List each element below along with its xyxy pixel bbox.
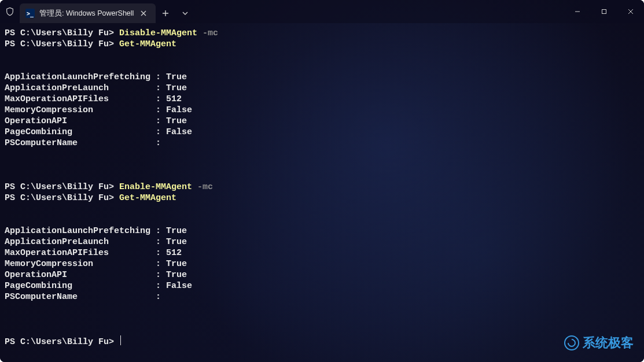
prompt-text: PS C:\Users\Billy Fu> [5, 337, 119, 347]
terminal-window: >_ 管理员: Windows PowerShell [0, 0, 644, 362]
command-line: PS C:\Users\Billy Fu> Get-MMAgent [5, 193, 639, 204]
titlebar-drag-region[interactable] [195, 0, 564, 23]
tab-title: 管理员: Windows PowerShell [39, 9, 134, 19]
output-row: OperationAPI : True [5, 269, 639, 280]
minimize-button[interactable] [564, 0, 591, 23]
tab-active[interactable]: >_ 管理员: Windows PowerShell [20, 3, 156, 23]
cursor [120, 335, 121, 345]
prompt-text: PS C:\Users\Billy Fu> [5, 193, 119, 203]
output-row: ApplicationPreLaunch : True [5, 83, 639, 94]
tab-close-button[interactable] [138, 8, 149, 19]
command-text: Enable-MMAgent [119, 182, 192, 192]
prompt-text: PS C:\Users\Billy Fu> [5, 39, 119, 49]
admin-shield-icon [0, 7, 20, 16]
output-row: MemoryCompression : False [5, 105, 639, 116]
command-text: Disable-MMAgent [119, 28, 197, 38]
command-line: PS C:\Users\Billy Fu> Enable-MMAgent -mc [5, 182, 639, 193]
svg-rect-0 [602, 10, 606, 14]
command-line: PS C:\Users\Billy Fu> Get-MMAgent [5, 39, 639, 50]
command-arg: -mc [197, 28, 218, 38]
current-prompt-line[interactable]: PS C:\Users\Billy Fu> [5, 335, 639, 348]
output-row: PSComputerName : [5, 291, 639, 302]
output-row: PSComputerName : [5, 138, 639, 149]
prompt-text: PS C:\Users\Billy Fu> [5, 182, 119, 192]
prompt-text: PS C:\Users\Billy Fu> [5, 28, 119, 38]
watermark-logo-icon [564, 335, 579, 350]
titlebar-left: >_ 管理员: Windows PowerShell [0, 0, 195, 23]
output-row: ApplicationLaunchPrefetching : True [5, 72, 639, 83]
output-row: PageCombining : False [5, 280, 639, 291]
new-tab-button[interactable] [156, 3, 175, 23]
command-arg: -mc [192, 182, 213, 192]
command-text: Get-MMAgent [119, 39, 176, 49]
watermark-text: 系统极客 [583, 334, 634, 352]
output-row: PageCombining : False [5, 127, 639, 138]
command-text: Get-MMAgent [119, 193, 176, 203]
terminal-viewport[interactable]: PS C:\Users\Billy Fu> Disable-MMAgent -m… [0, 23, 644, 362]
watermark: 系统极客 [564, 334, 634, 352]
maximize-button[interactable] [591, 0, 617, 23]
close-button[interactable] [617, 0, 644, 23]
window-buttons [564, 0, 644, 23]
output-row: MaxOperationAPIFiles : 512 [5, 94, 639, 105]
output-row: MemoryCompression : True [5, 258, 639, 269]
output-row: MaxOperationAPIFiles : 512 [5, 248, 639, 258]
powershell-icon: >_ [25, 9, 35, 18]
output-row: ApplicationPreLaunch : True [5, 237, 639, 248]
command-line: PS C:\Users\Billy Fu> Disable-MMAgent -m… [5, 28, 639, 39]
output-row: ApplicationLaunchPrefetching : True [5, 226, 639, 237]
titlebar: >_ 管理员: Windows PowerShell [0, 0, 644, 23]
output-row: OperationAPI : True [5, 116, 639, 127]
tab-dropdown-button[interactable] [175, 3, 195, 23]
